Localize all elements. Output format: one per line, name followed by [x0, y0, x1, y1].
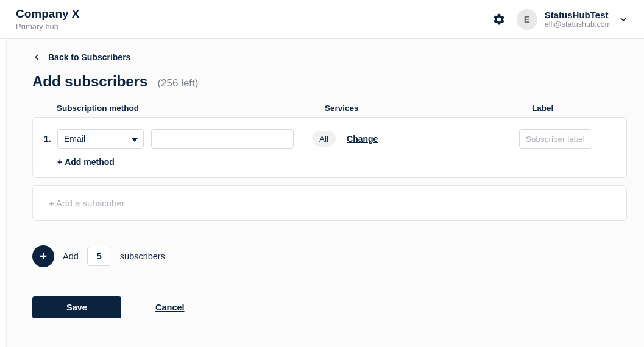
col-header-method: Subscription method	[57, 103, 325, 113]
top-bar: Company X Primary hub E StatusHubTest el…	[0, 0, 644, 39]
label-input[interactable]	[519, 129, 592, 149]
add-method-label: Add method	[65, 157, 115, 167]
method-cell: Email	[57, 129, 312, 149]
change-services-link[interactable]: Change	[347, 134, 378, 144]
col-header-label: Label	[532, 103, 627, 113]
method-select[interactable]: Email	[57, 129, 144, 149]
user-email: elli@statushub.com	[545, 20, 611, 29]
avatar: E	[517, 9, 537, 30]
gear-icon[interactable]	[492, 13, 506, 26]
company-name: Company X	[16, 7, 80, 21]
user-name: StatusHubTest	[545, 10, 611, 20]
services-cell: All Change	[312, 131, 519, 147]
remaining-count: (256 left)	[157, 77, 198, 89]
chevron-left-icon	[32, 53, 41, 61]
column-headers: Subscription method Services Label	[32, 103, 627, 113]
back-to-subscribers-link[interactable]: Back to Subscribers	[32, 52, 130, 62]
subscriber-card: 1. Email All Change +	[32, 117, 627, 178]
plus-icon: +	[40, 250, 47, 264]
bulk-suffix-label: subscribers	[120, 251, 165, 261]
services-all-pill: All	[312, 131, 336, 147]
add-method-link[interactable]: + Add method	[57, 157, 115, 167]
page-heading: Add subscribers (256 left)	[32, 73, 627, 90]
bulk-add-label: Add	[63, 251, 79, 261]
plus-icon: +	[57, 157, 62, 167]
subscriber-row: 1. Email All Change	[44, 129, 615, 149]
row-index: 1.	[44, 134, 57, 144]
footer-actions: Save Cancel	[32, 296, 627, 318]
bulk-qty-input[interactable]	[87, 247, 111, 266]
back-link-label: Back to Subscribers	[48, 52, 130, 62]
add-subscriber-button[interactable]: + Add a subscriber	[32, 185, 627, 221]
top-right: E StatusHubTest elli@statushub.com	[492, 9, 628, 30]
bulk-add-row: + Add subscribers	[32, 245, 627, 267]
bulk-add-button[interactable]: +	[32, 245, 54, 267]
label-cell	[519, 129, 615, 149]
col-header-services: Services	[325, 103, 532, 113]
cancel-link[interactable]: Cancel	[155, 303, 185, 312]
company-block: Company X Primary hub	[16, 7, 80, 31]
main-area: Back to Subscribers Add subscribers (256…	[6, 39, 644, 347]
company-subtitle: Primary hub	[16, 22, 80, 31]
method-value-input[interactable]	[151, 129, 294, 149]
user-text: StatusHubTest elli@statushub.com	[545, 10, 611, 29]
page-title: Add subscribers	[32, 73, 147, 90]
user-menu[interactable]: E StatusHubTest elli@statushub.com	[517, 9, 628, 30]
method-select-wrap: Email	[57, 129, 144, 149]
save-button[interactable]: Save	[32, 296, 121, 318]
chevron-down-icon	[618, 15, 628, 24]
